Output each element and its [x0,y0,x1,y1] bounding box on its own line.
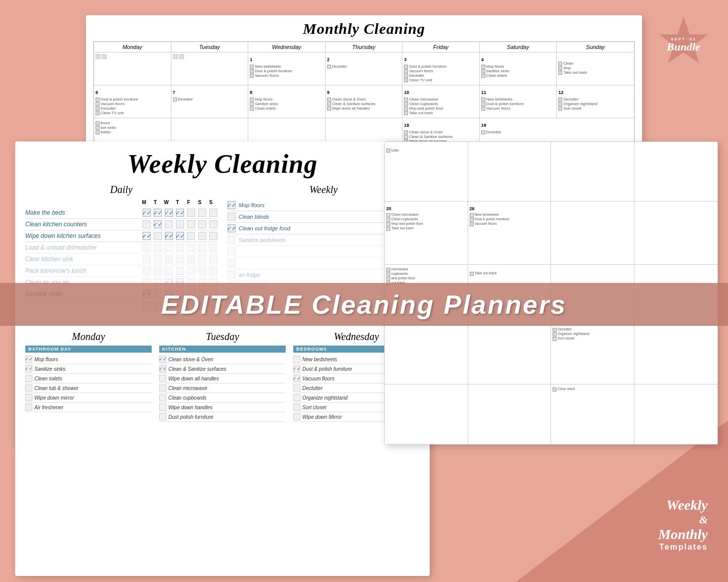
check-s5[interactable] [198,255,206,263]
wed-check-dec[interactable] [293,384,300,392]
task-row-wipe: Wipe down kitchen surfaces ✓ ✓ ✓ [25,230,217,242]
tue-check-hand[interactable] [159,375,166,382]
mrc-empty1 [551,202,634,265]
check-f2[interactable] [187,220,195,228]
check-s2l[interactable] [209,267,217,275]
wm-templates-label: Templates [658,543,708,552]
check-m4[interactable] [143,244,151,252]
monthly-cell-4: 4Mop floorsSanitize sinksClean toilets [480,53,557,85]
check-s3[interactable] [198,232,206,240]
check-s22[interactable] [209,220,217,228]
task-checks-wipe[interactable]: ✓ ✓ ✓ [143,232,217,240]
tue-check-wh[interactable] [159,404,166,411]
wed-check-vac[interactable]: ✓ [293,375,300,382]
check-w2[interactable] [165,220,173,228]
mrc-e5 [385,325,468,384]
check-s23[interactable] [209,232,217,240]
check-s21[interactable] [209,209,217,217]
wcheck-fridge2[interactable] [228,271,236,279]
tue-name-wh: Wipe down handles [168,405,212,410]
wed-check-bed[interactable] [293,356,300,363]
check-f4[interactable] [187,244,195,252]
check-ml[interactable] [143,267,151,275]
check-t4[interactable] [154,244,162,252]
check-w4[interactable] [165,244,173,252]
check-fl[interactable] [187,267,195,275]
check-m3[interactable]: ✓ [143,232,151,240]
monday-task-mop: ✓ Mop floors [25,355,152,364]
tue-check-micro[interactable] [159,384,166,392]
tue-check-stove[interactable]: ✓ [159,356,166,363]
wcheck-bedsheets[interactable] [228,236,236,244]
wed-check-closet[interactable] [293,404,300,411]
monthly-cell-6: 6Dust & polish furnitureVacuum floorsDec… [94,85,171,118]
check-w5[interactable] [165,255,173,263]
check-t2[interactable]: ✓ [154,220,162,228]
task-row-sink: Clear kitchen sink [25,254,217,265]
mrc-dec: DeclutterOrganize nightstandSort closet [551,325,634,384]
check-w1[interactable]: ✓ [165,209,173,217]
check-t23[interactable]: ✓ [176,232,184,240]
mon-check-san[interactable]: ✓ [25,365,32,372]
tue-name-micro: Clean microwave [168,385,207,391]
tue-check-surf[interactable]: ✓ [159,365,166,372]
wcheck-mop[interactable]: ✓ [228,201,236,209]
wm-badge: Weekly & Monthly Templates [658,497,708,552]
check-tl[interactable] [154,267,162,275]
wcheck-fridge[interactable]: ✓ [228,224,236,232]
check-s25[interactable] [209,255,217,263]
wcheck-blinds[interactable] [228,213,236,221]
check-f5[interactable] [187,255,195,263]
tue-check-cup[interactable] [159,394,166,401]
check-t1[interactable]: ✓ [154,209,162,217]
check-t24[interactable] [176,244,184,252]
wcheck-b1[interactable] [228,248,236,256]
task-checks-dw[interactable] [143,244,217,252]
check-s1[interactable] [198,209,206,217]
check-m1[interactable]: ✓ [143,209,151,217]
check-wl[interactable] [165,267,173,275]
mrc-ex2 [468,384,552,444]
monthly-header-sun: Sunday [557,42,634,53]
check-s2[interactable] [198,220,206,228]
task-checks-kitchen[interactable]: ✓ [143,220,217,228]
check-s4[interactable] [198,244,206,252]
wed-check-dp[interactable]: ✓ [293,365,300,372]
monthly-grid: Monday Tuesday Wednesday Thursday Friday… [94,41,634,152]
check-f1[interactable] [187,209,195,217]
task-checks-lunch[interactable] [143,267,217,275]
wed-check-mirror[interactable] [293,413,300,420]
weekly-task-name-fridge2: an fridge [239,272,260,278]
check-w3[interactable]: ✓ [165,232,173,240]
mon-check-mirror[interactable] [25,394,32,401]
check-t25[interactable] [176,255,184,263]
check-t3[interactable] [154,232,162,240]
wed-name-mirror: Wipe down Mirror [302,414,342,420]
mrc-empty2 [634,202,718,265]
task-checks-sink[interactable] [143,255,217,263]
mon-check-mop[interactable]: ✓ [25,356,32,363]
check-t2l[interactable] [176,267,184,275]
monday-category: BATHROOM DAY [25,346,152,353]
monthly-header-tue: Tuesday [171,42,249,53]
check-sl[interactable] [198,267,206,275]
wed-name-dp: Dust & polish furniture [302,366,352,372]
wed-check-night[interactable] [293,394,300,401]
task-checks-beds[interactable]: ✓ ✓ ✓ ✓ [143,209,217,217]
check-t5[interactable] [154,255,162,263]
mrc-1: lutter [385,142,468,202]
wcheck-b2[interactable] [228,259,236,267]
check-t22[interactable] [176,220,184,228]
mrc-ex1 [385,384,468,444]
check-s24[interactable] [209,244,217,252]
check-f3[interactable] [187,232,195,240]
check-t21[interactable]: ✓ [176,209,184,217]
mon-check-air[interactable] [25,404,32,411]
tue-check-dp[interactable] [159,413,166,420]
wed-name-closet: Sort closet [302,405,326,410]
monthly-cell-10: 10Clean microwaveClean cupboardsMop and … [402,85,480,118]
mon-check-toi[interactable] [25,375,32,382]
check-m5[interactable] [143,255,151,263]
check-m2[interactable] [143,220,151,228]
mon-check-tub[interactable] [25,384,32,392]
